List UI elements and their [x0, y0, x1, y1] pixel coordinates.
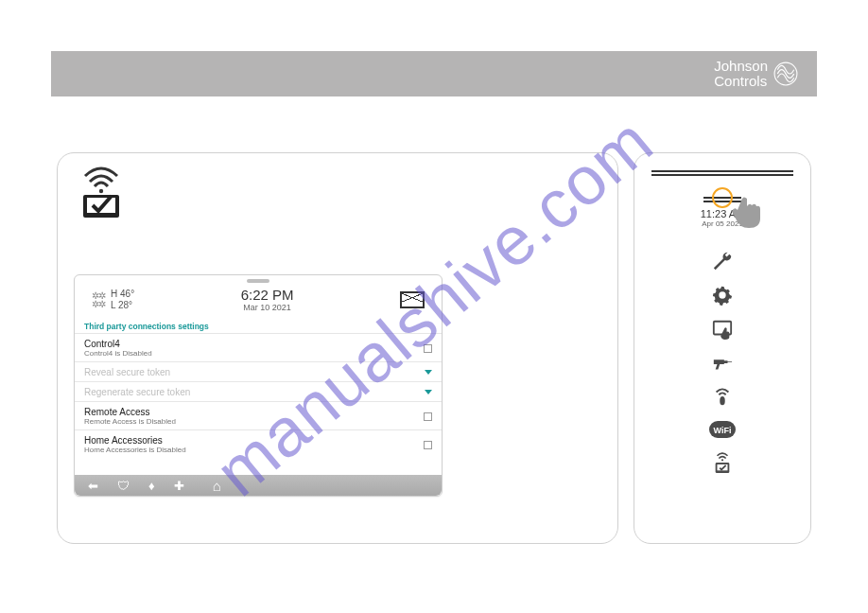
date-text: Mar 10 2021	[241, 303, 294, 312]
row-home-accessories[interactable]: Home AccessoriesHome Accessories is Disa…	[75, 429, 442, 458]
settings-nav: WiFi	[709, 251, 736, 476]
shield-icon[interactable]: 🛡	[117, 479, 130, 493]
bottom-nav: ⬅ 🛡 ♦ ✚ ⌂	[75, 475, 442, 496]
checkbox-icon[interactable]	[424, 344, 432, 353]
hi-label: H	[111, 289, 117, 299]
checkbox-icon[interactable]	[424, 412, 432, 421]
time-text: 6:22 PM	[241, 287, 294, 303]
svg-text:WiFi: WiFi	[714, 426, 732, 435]
row-control4[interactable]: Control4Control4 is Disabled	[75, 333, 442, 361]
svg-point-5	[720, 396, 725, 405]
row-title: Regenerate secure token	[84, 387, 190, 397]
section-title: Third party connections settings	[75, 318, 442, 333]
status-bar: ✲✲✲✲ H 46° L 28° 6:22 PM Mar 10 2021	[75, 283, 442, 318]
row-sub: Home Accessories is Disabled	[84, 446, 186, 454]
row-regenerate-token[interactable]: Regenerate secure token	[75, 381, 442, 401]
medical-icon[interactable]: ✚	[174, 479, 184, 493]
drill-icon[interactable]	[712, 353, 733, 374]
lo-temp: 28°	[118, 300, 132, 310]
clock: 6:22 PM Mar 10 2021	[241, 287, 294, 312]
wifi-tablet-icon[interactable]	[712, 451, 733, 476]
row-title: Remote Access	[84, 407, 176, 417]
svg-point-8	[721, 459, 723, 461]
touch-screen-icon[interactable]	[712, 319, 733, 340]
pull-down-gesture: 11:23 AM Apr 05 2021	[651, 197, 793, 228]
wrench-icon[interactable]	[712, 251, 733, 271]
brand-line2: Controls	[714, 74, 768, 90]
hand-tap-icon	[728, 191, 766, 229]
row-remote-access[interactable]: Remote AccessRemote Access is Disabled	[75, 401, 442, 429]
row-title: Control4	[84, 339, 152, 349]
mail-icon[interactable]	[400, 291, 425, 308]
page-header: Johnson Controls	[51, 51, 817, 96]
snowflake-icon: ✲✲✲✲	[92, 291, 105, 308]
row-title: Home Accessories	[84, 435, 186, 446]
wifi-badge-icon[interactable]: WiFi	[709, 421, 736, 438]
row-reveal-token[interactable]: Reveal secure token	[75, 361, 442, 381]
checkbox-icon[interactable]	[424, 441, 432, 449]
row-sub: Remote Access is Disabled	[84, 417, 176, 426]
home-icon[interactable]: ⌂	[213, 478, 221, 494]
weather-widget: ✲✲✲✲ H 46° L 28°	[92, 289, 134, 311]
sensor-icon[interactable]	[712, 387, 733, 408]
brand-mark-icon	[773, 61, 798, 86]
svg-point-1	[99, 189, 103, 193]
wifi-tablet-check-icon	[76, 165, 127, 221]
drag-handle-icon[interactable]	[651, 170, 793, 176]
back-icon[interactable]: ⬅	[88, 479, 98, 493]
row-sub: Control4 is Disabled	[84, 349, 152, 358]
hi-temp: 46°	[120, 289, 134, 299]
gear-icon[interactable]	[712, 285, 733, 306]
brand-line1: Johnson	[714, 59, 768, 75]
device-screen: ✲✲✲✲ H 46° L 28° 6:22 PM Mar 10 2021 Thi…	[74, 274, 443, 497]
row-title: Reveal secure token	[84, 367, 170, 377]
chevron-down-icon[interactable]	[425, 390, 432, 394]
side-panel: 11:23 AM Apr 05 2021 WiFi	[634, 152, 811, 544]
flame-icon[interactable]: ♦	[148, 479, 155, 493]
brand-logo: Johnson Controls	[714, 59, 798, 90]
chevron-down-icon[interactable]	[425, 370, 432, 375]
lo-label: L	[111, 300, 115, 310]
